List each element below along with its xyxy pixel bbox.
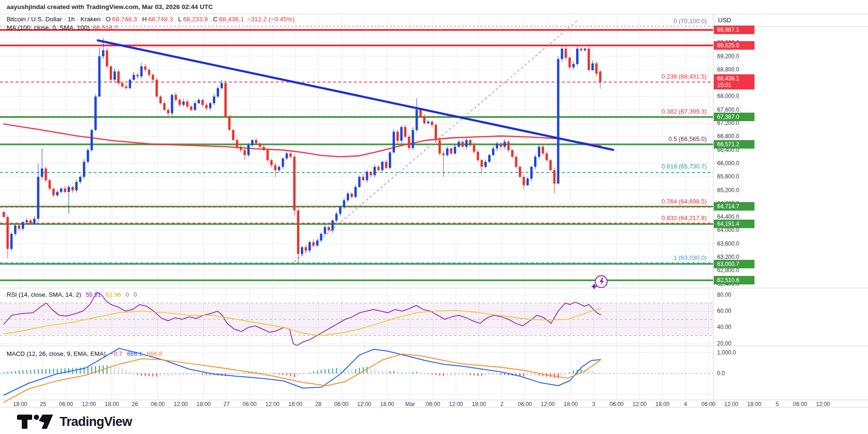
candle-up xyxy=(132,75,135,80)
candle-down xyxy=(404,127,406,137)
candle-down xyxy=(3,212,5,217)
candle-up xyxy=(389,152,391,168)
candle-up xyxy=(213,97,215,103)
price-tick-label: 63,600.0 xyxy=(717,240,739,247)
candle-up xyxy=(220,83,223,89)
price-tick-label: 68,000.0 xyxy=(717,93,739,99)
tradingview-logo[interactable]: TradingView xyxy=(17,414,132,430)
time-tick-label: 18:00 xyxy=(288,401,302,407)
candle-down xyxy=(469,140,472,145)
fib-level-label: 0 (70,100.0) xyxy=(674,18,707,25)
tradingview-chart-export: aayushjindal created with TradingView.co… xyxy=(0,0,868,434)
candle-up xyxy=(79,177,81,182)
macd-legend[interactable]: MACD (12, 26, close, 9, EMA, EMA) −0.7 6… xyxy=(7,350,162,357)
candle-up xyxy=(10,234,13,249)
candle-up xyxy=(332,221,334,230)
open-label: O xyxy=(106,16,111,23)
candle-down xyxy=(351,194,353,197)
candle-up xyxy=(140,66,142,76)
candle-up xyxy=(343,200,345,207)
candle-up xyxy=(129,80,131,89)
candle-up xyxy=(33,219,35,224)
candle-down xyxy=(461,142,464,147)
indicator-scale-label: 60.00 xyxy=(717,308,731,314)
candle-up xyxy=(102,50,105,56)
candle-up xyxy=(584,49,586,51)
candle-down xyxy=(121,83,123,87)
candle-down xyxy=(266,150,269,160)
candle-down xyxy=(565,49,567,58)
time-tick-label: 06:00 xyxy=(242,401,256,407)
candle-up xyxy=(335,214,338,221)
candle-down xyxy=(587,49,590,70)
time-tick-label: 12:00 xyxy=(816,401,830,407)
candle-down xyxy=(71,187,74,190)
candle-up xyxy=(41,168,43,177)
candle-up xyxy=(324,227,326,234)
rsi-value: 55.51 xyxy=(86,291,101,298)
candle-up xyxy=(484,162,487,167)
time-tick-label: 06:00 xyxy=(517,401,532,407)
candle-down xyxy=(144,66,147,70)
candle-up xyxy=(278,167,280,170)
candle-up xyxy=(87,150,89,162)
indicator-scale-label: 0.0 xyxy=(717,370,725,377)
price-tick-label: 66,800.0 xyxy=(717,133,739,140)
candle-down xyxy=(7,217,9,249)
time-tick-label: 18:00 xyxy=(472,401,486,407)
ma-value: 66,518.2 xyxy=(93,24,118,31)
candle-up xyxy=(415,109,418,130)
price-level-badge: 64,191.4 xyxy=(714,220,754,228)
time-tick-label: 12:00 xyxy=(724,401,738,407)
ma-label: MA (100, close, 0, SMA, 100) xyxy=(7,24,90,31)
price-level-badge: 69,987.1 xyxy=(714,26,754,34)
time-tick-label: 06:00 xyxy=(334,401,348,407)
candle-down xyxy=(274,165,276,170)
macd-label: MACD (12, 26, close, 9, EMA, EMA) xyxy=(7,350,106,357)
candle-up xyxy=(320,234,322,240)
candle-down xyxy=(473,145,475,151)
candle-down xyxy=(297,210,299,254)
rsi-upper-band-value: 0 xyxy=(125,291,129,298)
candle-up xyxy=(98,56,101,97)
candle-down xyxy=(481,160,483,167)
price-level-badge: 69,525.5 xyxy=(714,41,754,50)
symbol-legend[interactable]: Bitcoin / U.S. Dollar · 1h · Kraken O68,… xyxy=(7,16,295,23)
candle-up xyxy=(496,143,498,149)
candle-up xyxy=(561,49,563,59)
candle-down xyxy=(64,188,66,192)
candle-down xyxy=(450,149,452,154)
low-label: L xyxy=(178,16,182,23)
candle-down xyxy=(125,87,127,89)
candle-down xyxy=(523,177,525,186)
candle-up xyxy=(503,142,506,147)
candle-up xyxy=(374,167,376,175)
ma-legend[interactable]: MA (100, close, 0, SMA, 100) 66,518.2 xyxy=(7,24,118,31)
time-tick-label: 28 xyxy=(315,401,321,407)
candle-down xyxy=(519,167,521,177)
candle-up xyxy=(526,178,529,185)
time-tick-label: 06:00 xyxy=(150,401,165,407)
rsi-legend[interactable]: RSI (14, close, SMA, 14, 2) 55.51 62.96 … xyxy=(7,291,137,298)
time-tick-label: 18:00 xyxy=(13,401,27,407)
candle-up xyxy=(488,155,491,162)
candle-down xyxy=(396,132,399,141)
candle-down xyxy=(44,168,47,180)
candle-down xyxy=(511,150,514,157)
macd-line-value: 666.1 xyxy=(127,350,142,357)
candle-up xyxy=(412,130,414,148)
price-level-badge: 67,387.0 xyxy=(714,113,754,121)
candle-up xyxy=(68,187,70,192)
candle-down xyxy=(599,71,601,82)
time-tick-label: 12:00 xyxy=(82,401,96,407)
time-tick-label: 12:00 xyxy=(265,401,280,407)
macd-signal-value: 666.8 xyxy=(147,350,163,357)
candle-down xyxy=(178,100,181,105)
candle-down xyxy=(545,153,548,160)
fib-level-label: 0.764 (64,698.5) xyxy=(662,198,707,205)
candle-up xyxy=(90,130,93,150)
candle-up xyxy=(37,177,39,219)
time-tick-label: 27 xyxy=(223,401,229,407)
candle-up xyxy=(75,182,78,190)
candle-up xyxy=(114,71,116,80)
